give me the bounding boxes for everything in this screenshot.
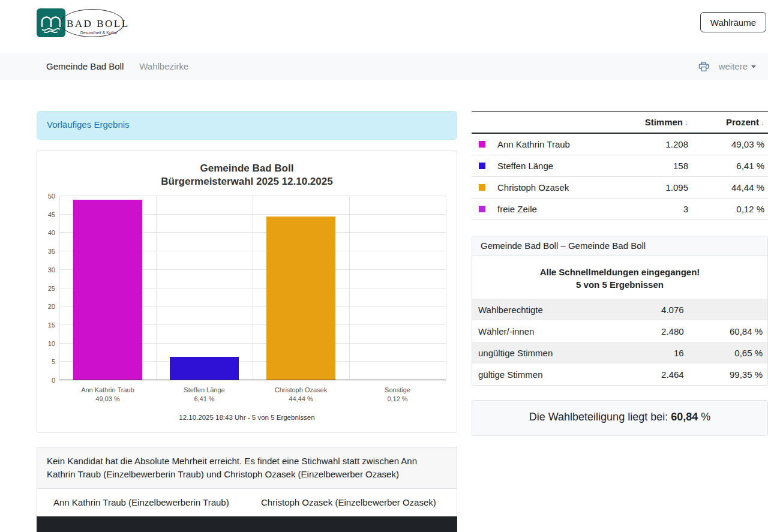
nav-item-wahlbezirke[interactable]: Wahlbezirke (139, 61, 188, 71)
brand-subtitle: Gesundheit & Kultur (80, 31, 118, 35)
results-header-stimmen[interactable]: Stimmen↓ (601, 112, 688, 134)
summary-value: 4.076 (592, 299, 683, 320)
summary-value: 2.480 (592, 320, 683, 342)
stichwahl-candidates-row: Ann Kathrin Traub (Einzelbewerberin Trau… (37, 489, 457, 516)
summary-percent: 0,65 % (684, 342, 767, 363)
candidate-color-swatch (479, 206, 485, 212)
candidate-color-swatch (479, 141, 485, 148)
chart-gridline-vertical (253, 196, 253, 380)
printer-icon[interactable] (698, 61, 709, 72)
table-row: Steffen Länge 158 6,41 % (472, 155, 768, 177)
y-axis-tick: 5 (52, 358, 55, 365)
candidate-name: Steffen Länge (497, 161, 553, 171)
summary-label: ungültige Stimmen (472, 342, 592, 363)
weitere-dropdown[interactable]: weitere (719, 61, 756, 71)
turnout-text: Die Wahlbeteiligung liegt bei: (529, 411, 671, 423)
chart-bar-1 (170, 357, 239, 380)
navbar-left: Gemeinde Bad Boll Wahlbezirke (46, 61, 204, 71)
candidate-percent: 44,44 % (688, 177, 768, 199)
results-header-prozent[interactable]: Prozent↓ (688, 112, 768, 134)
chart-title-line1: Gemeinde Bad Boll (37, 162, 457, 175)
weitere-label: weitere (719, 61, 748, 71)
candidate-percent: 49,03 % (688, 133, 768, 155)
stichwahl-note: Kein Kandidat hat die Absolute Mehrheit … (37, 447, 457, 489)
header: BAD BOLL Gesundheit & Kultur Wahlräume (0, 0, 768, 53)
table-row: Wähler/-innen 2.480 60,84 % (472, 320, 767, 342)
table-row: Wahlberechtigte 4.076 (472, 299, 767, 320)
turnout-suffix: % (698, 411, 710, 423)
summary-value: 16 (592, 342, 683, 363)
summary-value: 2.464 (592, 363, 683, 385)
candidate-percent: 6,41 % (688, 155, 768, 177)
bar-chart: 05101520253035404550 Ann Kathrin Traub49… (37, 196, 446, 404)
y-axis-tick: 45 (48, 211, 55, 218)
chart-gridline-vertical (156, 196, 157, 380)
y-axis-tick: 40 (48, 229, 55, 236)
summary-status-line1: Alle Schnellmeldungen eingegangen! (472, 266, 767, 278)
chart-gridline-vertical (446, 196, 446, 380)
candidate-name: freie Zeile (497, 204, 537, 214)
page: BAD BOLL Gesundheit & Kultur Wahlräume G… (0, 0, 768, 532)
summary-label: gültige Stimmen (472, 363, 592, 385)
y-axis-tick: 15 (48, 321, 55, 329)
candidate-votes: 1.095 (601, 177, 688, 199)
chart-gridline (59, 380, 446, 380)
wahlraeume-button[interactable]: Wahlräume (700, 12, 766, 32)
chart-x-axis: Ann Kathrin Traub49,03 %Steffen Länge6,4… (59, 386, 446, 404)
main-content: Vorläufiges Ergebnis Gemeinde Bad Boll B… (0, 111, 768, 532)
y-axis-tick: 10 (48, 340, 55, 347)
right-column: Stimmen↓ Prozent↓ Ann Kathrin Traub 1.20… (472, 111, 768, 532)
summary-label: Wähler/-innen (472, 320, 592, 342)
left-column: Vorläufiges Ergebnis Gemeinde Bad Boll B… (37, 111, 457, 532)
chart-bar-0 (73, 200, 143, 380)
sort-down-icon: ↓ (761, 119, 764, 127)
navbar-right: weitere (698, 61, 756, 72)
summary-percent: 60,84 % (684, 320, 767, 342)
summary-card: Gemeinde Bad Boll – Gemeinde Bad Boll Al… (472, 236, 768, 386)
chevron-down-icon (751, 65, 756, 68)
candidate-color-swatch (479, 184, 485, 191)
results-header-empty (472, 112, 601, 134)
chart-gridline-vertical (59, 196, 60, 380)
candidate-color-swatch (479, 163, 485, 169)
brand-title: BAD BOLL (67, 18, 130, 30)
x-axis-label: Sonstige0,12 % (349, 386, 446, 404)
turnout-box: Die Wahlbeteiligung liegt bei: 60,84 % (472, 400, 768, 436)
y-axis-tick: 20 (48, 303, 55, 310)
y-axis-tick: 0 (52, 377, 55, 384)
x-axis-label: Christoph Ozasek44,44 % (253, 386, 349, 404)
y-axis-tick: 50 (48, 193, 55, 200)
summary-status-line2: 5 von 5 Ergebnissen (472, 278, 767, 291)
candidate-name: Christoph Ozasek (497, 182, 569, 193)
summary-label: Wahlberechtigte (472, 299, 592, 320)
summary-table: Wahlberechtigte 4.076 Wähler/-innen 2.48… (472, 299, 767, 385)
table-row: freie Zeile 3 0,12 % (472, 199, 768, 220)
chart-caption: 12.10.2025 18:43 Uhr - 5 von 5 Ergebniss… (37, 414, 457, 421)
footer-bar (37, 516, 457, 532)
results-table: Stimmen↓ Prozent↓ Ann Kathrin Traub 1.20… (472, 111, 768, 220)
results-header-row: Stimmen↓ Prozent↓ (472, 112, 768, 134)
summary-percent: 99,35 % (684, 363, 767, 385)
candidate-votes: 158 (601, 155, 688, 177)
summary-percent (684, 299, 767, 320)
stichwahl-candidate-1: Ann Kathrin Traub (Einzelbewerberin Trau… (53, 497, 261, 507)
y-axis-tick: 25 (48, 285, 55, 292)
chart-card: Gemeinde Bad Boll Bürgermeisterwahl 2025… (37, 151, 457, 433)
candidate-votes: 3 (601, 199, 688, 220)
x-axis-label: Ann Kathrin Traub49,03 % (59, 386, 156, 404)
chart-bar-2 (266, 217, 336, 380)
summary-status: Alle Schnellmeldungen eingegangen! 5 von… (472, 256, 767, 299)
stichwahl-panel: Kein Kandidat hat die Absolute Mehrheit … (37, 447, 457, 516)
nav-item-gemeinde-bad-boll[interactable]: Gemeinde Bad Boll (46, 61, 124, 71)
y-axis-tick: 30 (48, 266, 55, 273)
chart-plot-area (59, 196, 446, 380)
turnout-value: 60,84 (671, 411, 698, 423)
summary-card-header: Gemeinde Bad Boll – Gemeinde Bad Boll (472, 236, 767, 256)
sort-down-icon: ↓ (685, 119, 688, 127)
chart-title-line2: Bürgermeisterwahl 2025 12.10.2025 (37, 175, 457, 188)
brand: BAD BOLL Gesundheit & Kultur (37, 8, 768, 40)
y-axis-tick: 35 (48, 248, 55, 255)
navbar: Gemeinde Bad Boll Wahlbezirke weitere (0, 53, 768, 80)
x-axis-label: Steffen Länge6,41 % (156, 386, 253, 404)
candidate-percent: 0,12 % (688, 199, 768, 220)
